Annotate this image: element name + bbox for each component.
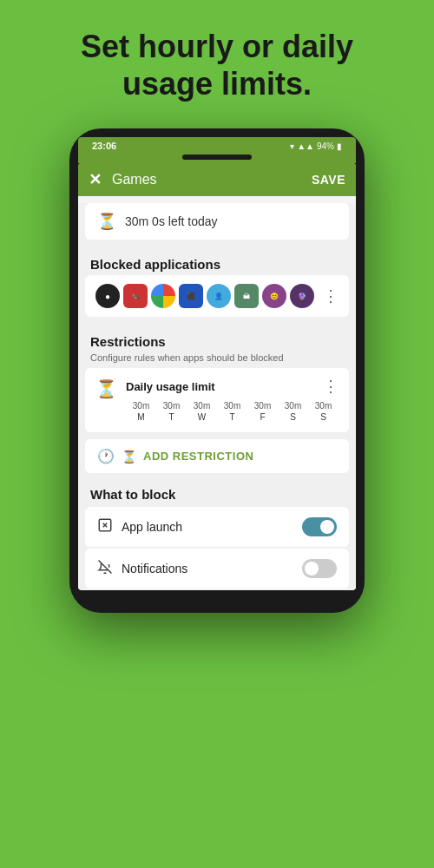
limit-thu: 30m	[220, 401, 245, 411]
app-launch-label: App launch	[122, 520, 293, 534]
add-restriction-card[interactable]: 🕐 ⏳ ADD RESTRICTION	[85, 439, 349, 473]
app-icon-dark-purple: 🔮	[290, 284, 314, 308]
app-icon-otters: 🦦	[123, 284, 148, 308]
app-icon-blue2: 👤	[207, 284, 231, 308]
status-time: 23:06	[92, 141, 116, 151]
app-screen: ✕ Games SAVE ⏳ 30m 0s left today Blocked…	[78, 163, 356, 590]
status-icons: ▾ ▲▲ 94% ▮	[290, 141, 342, 151]
close-button[interactable]: ✕	[89, 170, 102, 189]
restriction-info: Daily usage limit ⋮ 30m 30m 30m 30m 30m	[126, 377, 339, 424]
limit-wed: 30m	[190, 401, 214, 411]
notifications-label: Notifications	[122, 562, 293, 575]
timer-text: 30m 0s left today	[125, 214, 218, 228]
limit-tue: 30m	[160, 401, 184, 411]
notifications-toggle[interactable]	[302, 559, 337, 578]
apps-menu-icon[interactable]: ⋮	[323, 286, 339, 306]
app-icon-teal: 🏔	[234, 284, 259, 308]
days-grid: 30m 30m 30m 30m 30m 30m 30m M	[126, 401, 339, 422]
day-tue: T	[160, 412, 184, 422]
app-icon-record: ●	[95, 284, 120, 308]
restriction-menu-icon[interactable]: ⋮	[323, 377, 339, 396]
phone-bottom-bar	[78, 590, 356, 604]
camera-bar	[78, 153, 356, 163]
app-launch-toggle[interactable]	[302, 517, 337, 536]
app-icon-blue1: ⬛	[179, 284, 203, 308]
clock-icon: 🕐	[97, 448, 115, 464]
limit-sun: 30m	[312, 401, 336, 411]
day-wed: W	[190, 412, 214, 422]
restrictions-header: Restrictions	[78, 324, 356, 352]
hourglass-icon: ⏳	[95, 378, 117, 399]
phone-frame: 23:06 ▾ ▲▲ 94% ▮ ✕ Games SAVE ⏳	[69, 128, 365, 613]
phone-wrapper: 23:06 ▾ ▲▲ 94% ▮ ✕ Games SAVE ⏳	[0, 128, 434, 613]
notifications-icon	[97, 559, 113, 578]
wifi-icon: ▾	[290, 141, 294, 151]
signal-icon: ▲▲	[297, 141, 314, 151]
toolbar-title: Games	[112, 172, 301, 187]
day-thu: T	[220, 412, 245, 422]
battery-text: 94%	[317, 141, 334, 151]
battery-icon: ▮	[337, 141, 342, 151]
restriction-title: Daily usage limit	[126, 380, 215, 393]
app-icon-chrome	[151, 284, 175, 308]
screen-content: ⏳ 30m 0s left today Blocked applications…	[78, 203, 356, 589]
add-restriction-label[interactable]: ADD RESTRICTION	[143, 450, 253, 463]
day-sat: S	[281, 412, 306, 422]
days-labels-row: M T W T F S S	[126, 412, 339, 422]
limit-sat: 30m	[281, 401, 306, 411]
restrictions-sub: Configure rules when apps should be bloc…	[78, 352, 356, 368]
hourglass-add-icon: ⏳	[122, 450, 136, 464]
app-toolbar: ✕ Games SAVE	[78, 163, 356, 196]
day-fri: F	[251, 412, 275, 422]
limit-mon: 30m	[129, 401, 154, 411]
timer-banner: ⏳ 30m 0s left today	[85, 203, 349, 240]
what-to-block-header: What to block	[78, 480, 356, 507]
restrictions-card: ⏳ Daily usage limit ⋮ 30m 30m 30m	[85, 368, 349, 432]
status-bar: 23:06 ▾ ▲▲ 94% ▮	[78, 137, 356, 153]
restriction-row: ⏳ Daily usage limit ⋮ 30m 30m 30m	[95, 377, 339, 424]
limit-fri: 30m	[251, 401, 275, 411]
day-sun: S	[312, 412, 336, 422]
notifications-row: Notifications	[85, 549, 349, 589]
app-launch-icon	[97, 517, 113, 536]
save-button[interactable]: SAVE	[312, 173, 345, 187]
hero-title: Set hourly or daily usage limits.	[0, 0, 434, 120]
blocked-apps-header: Blocked applications	[78, 247, 356, 275]
camera-bump	[182, 155, 252, 160]
apps-card: ● 🦦 ⬛ 👤 🏔	[85, 275, 349, 317]
app-icons-row: ● 🦦 ⬛ 👤 🏔	[95, 284, 318, 308]
limits-row: 30m 30m 30m 30m 30m 30m 30m	[126, 401, 339, 411]
hero-section: Set hourly or daily usage limits.	[0, 0, 434, 120]
timer-icon: ⏳	[97, 212, 116, 231]
app-icon-purple: 😊	[262, 284, 286, 308]
day-mon: M	[129, 412, 154, 422]
app-launch-row: App launch	[85, 507, 349, 547]
